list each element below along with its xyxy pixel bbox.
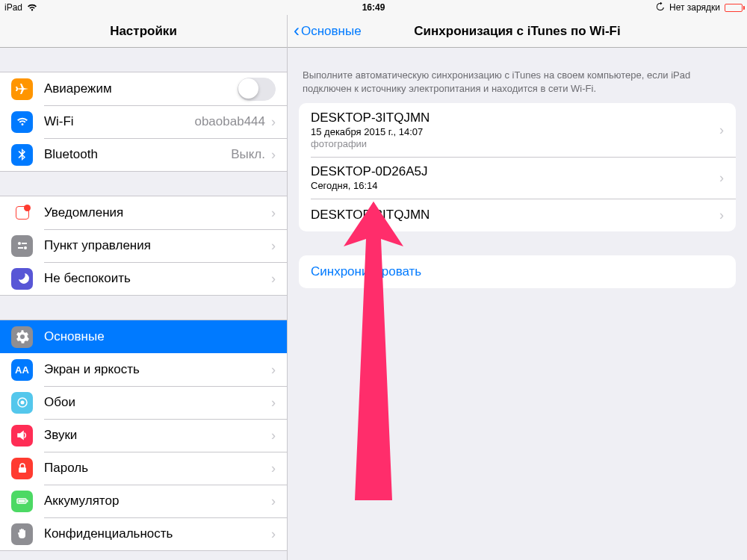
svg-point-0	[18, 242, 21, 245]
svg-rect-8	[27, 500, 28, 503]
sidebar-item-display[interactable]: AA Экран и яркость ›	[0, 353, 287, 386]
sidebar-item-airplane[interactable]: Авиарежим	[0, 72, 287, 105]
gear-icon	[11, 326, 33, 348]
sync-now-label: Синхронизировать	[311, 264, 421, 279]
dnd-label: Не беспокоить	[44, 271, 271, 286]
chevron-right-icon: ›	[271, 461, 276, 476]
chevron-right-icon: ›	[719, 208, 724, 223]
passcode-label: Пароль	[44, 461, 271, 476]
sidebar-item-wallpaper[interactable]: Обои ›	[0, 386, 287, 419]
chevron-right-icon: ›	[719, 122, 724, 138]
content-navbar: ‹ Основные Синхронизация с iTunes по Wi-…	[288, 15, 747, 48]
lock-icon	[11, 458, 33, 479]
bluetooth-icon	[11, 144, 33, 166]
chevron-right-icon: ›	[271, 362, 276, 378]
chevron-right-icon: ›	[271, 147, 276, 163]
sounds-icon	[11, 425, 33, 447]
sidebar-item-control-center[interactable]: Пункт управления ›	[0, 229, 287, 262]
computer-sync-types: фотографии	[311, 138, 719, 149]
chevron-right-icon: ›	[271, 526, 276, 542]
sidebar-item-wifi[interactable]: Wi-Fi obaobab444 ›	[0, 105, 287, 138]
computer-row[interactable]: DESKTOP-3ITQJMN ›	[299, 199, 736, 231]
sync-statusbar-icon	[656, 2, 665, 13]
privacy-label: Конфиденциальность	[44, 526, 271, 541]
chevron-right-icon: ›	[271, 238, 276, 254]
back-label: Основные	[301, 24, 362, 39]
computer-row[interactable]: DESKTOP-3ITQJMN 15 декабря 2015 г., 14:0…	[299, 103, 736, 157]
svg-rect-3	[18, 247, 23, 249]
svg-rect-1	[22, 243, 27, 244]
bluetooth-label: Bluetooth	[44, 147, 231, 162]
computer-name: DESKTOP-0D26A5J	[311, 164, 719, 179]
notifications-icon	[11, 202, 33, 224]
computer-name: DESKTOP-3ITQJMN	[311, 111, 719, 125]
computer-name: DESKTOP-3ITQJMN	[311, 208, 719, 223]
notifications-label: Уведомления	[44, 205, 271, 220]
airplane-icon	[11, 78, 33, 100]
chevron-right-icon: ›	[271, 114, 276, 130]
chevron-right-icon: ›	[271, 428, 276, 444]
sidebar-item-bluetooth[interactable]: Bluetooth Выкл. ›	[0, 138, 287, 171]
svg-point-5	[20, 401, 24, 405]
sidebar-item-battery[interactable]: Аккумулятор ›	[0, 485, 287, 517]
computer-row[interactable]: DESKTOP-0D26A5J Сегодня, 16:14 ›	[299, 157, 736, 199]
sidebar-item-passcode[interactable]: Пароль ›	[0, 452, 287, 485]
chevron-left-icon: ‹	[294, 24, 300, 37]
sync-now-button[interactable]: Синхронизировать	[299, 255, 736, 288]
wifi-detail: obaobab444	[194, 114, 265, 129]
svg-rect-9	[18, 500, 25, 503]
sidebar-navbar: Настройки	[0, 15, 287, 48]
device-label: iPad	[4, 2, 22, 13]
back-button[interactable]: ‹ Основные	[294, 24, 362, 39]
sync-group: Синхронизировать	[299, 255, 736, 288]
sidebar-item-privacy[interactable]: Конфиденциальность ›	[0, 517, 287, 550]
general-label: Основные	[44, 329, 276, 344]
wifi-icon	[11, 111, 33, 133]
control-center-icon	[11, 235, 33, 257]
battery-icon	[11, 491, 33, 512]
clock: 16:49	[362, 2, 385, 13]
sync-description: Выполните автоматическую синхронизацию с…	[288, 48, 747, 103]
sidebar-item-dnd[interactable]: Не беспокоить ›	[0, 262, 287, 295]
chevron-right-icon: ›	[271, 395, 276, 411]
hand-icon	[11, 523, 33, 545]
wallpaper-label: Обои	[44, 395, 271, 410]
chevron-right-icon: ›	[271, 205, 276, 221]
battery-label: Аккумулятор	[44, 494, 271, 508]
charging-label: Нет зарядки	[669, 2, 720, 13]
chevron-right-icon: ›	[271, 271, 276, 287]
chevron-right-icon: ›	[271, 494, 276, 509]
computer-sync-time: 15 декабря 2015 г., 14:07	[311, 126, 719, 137]
status-bar: iPad 16:49 Нет зарядки	[0, 0, 747, 15]
svg-point-2	[24, 246, 27, 249]
battery-icon	[725, 4, 743, 12]
computer-sync-time: Сегодня, 16:14	[311, 180, 719, 191]
content-title: Синхронизация с iTunes по Wi-Fi	[414, 24, 620, 39]
sounds-label: Звуки	[44, 428, 271, 443]
wallpaper-icon	[11, 392, 33, 414]
airplane-label: Авиарежим	[44, 81, 238, 96]
sidebar-item-notifications[interactable]: Уведомления ›	[0, 196, 287, 229]
svg-rect-6	[19, 467, 26, 473]
chevron-right-icon: ›	[719, 170, 724, 186]
bluetooth-detail: Выкл.	[231, 147, 265, 162]
wifi-statusbar-icon	[27, 4, 37, 11]
detail-pane: ‹ Основные Синхронизация с iTunes по Wi-…	[288, 15, 747, 560]
sidebar-title: Настройки	[110, 24, 177, 39]
display-label: Экран и яркость	[44, 362, 271, 377]
dnd-icon	[11, 268, 33, 290]
airplane-switch[interactable]	[238, 78, 276, 101]
display-icon: AA	[11, 359, 33, 381]
computer-list: DESKTOP-3ITQJMN 15 декабря 2015 г., 14:0…	[299, 103, 736, 231]
settings-sidebar: Настройки Авиарежим Wi-Fi obaobab444	[0, 15, 288, 560]
sidebar-item-general[interactable]: Основные	[0, 320, 287, 353]
wifi-label: Wi-Fi	[44, 114, 194, 129]
control-center-label: Пункт управления	[44, 238, 271, 253]
sidebar-item-sounds[interactable]: Звуки ›	[0, 419, 287, 452]
